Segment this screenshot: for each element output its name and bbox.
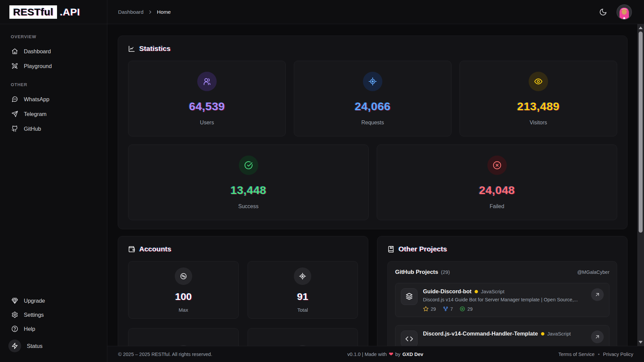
breadcrumb: Dashboard Home (118, 9, 171, 15)
code-icon (401, 330, 418, 346)
locate-icon (363, 72, 382, 91)
footer-author-link[interactable]: GXD Dev (402, 352, 423, 357)
sidebar-item-label: Playground (24, 63, 52, 69)
sidebar-item-upgrade[interactable]: Upgrade (9, 294, 99, 308)
stars-stat: 29 (423, 306, 436, 312)
sidebar: RESTful .API OVERVIEW Dashboard Playgrou… (0, 0, 107, 362)
scrollbar-down-arrow[interactable] (639, 341, 643, 344)
sidebar-nav: OVERVIEW Dashboard Playground OTHER W (0, 24, 107, 294)
sidebar-item-label: Help (24, 326, 35, 332)
breadcrumb-current: Home (157, 9, 171, 15)
arrow-up-right-icon (594, 292, 600, 298)
git-fork-icon (443, 306, 448, 312)
breadcrumb-root[interactable]: Dashboard (118, 9, 144, 15)
sidebar-item-telegram[interactable]: Telegram (9, 107, 99, 121)
sidebar-item-help[interactable]: Help (9, 322, 99, 336)
scrollbar-thumb[interactable] (639, 32, 643, 233)
stat-value: 13,448 (230, 184, 266, 197)
footer-version: v0.1.0 | Made with ❤ by GXD Dev (347, 351, 423, 357)
sidebar-item-playground[interactable]: Playground (9, 59, 99, 73)
github-projects-panel: GitHub Projects (29) @MGalaCyber Guide-D… (387, 261, 617, 346)
sidebar-item-label: WhatsApp (24, 96, 49, 103)
locate-icon (294, 267, 311, 285)
zap-icon (8, 340, 21, 352)
logo-secondary: .API (60, 6, 80, 18)
project-name[interactable]: Discord.js-v14-Command-Handler-Template (423, 330, 538, 337)
footer-links: Terms of Service • Privacy Policy (558, 352, 633, 357)
language-dot-icon (475, 290, 478, 293)
footer: © 2025 – 2025 RESTful. All rights reserv… (107, 346, 644, 362)
layers-icon (401, 288, 418, 305)
project-description: Discord.js v14 Guide Bot for Server Mana… (423, 297, 586, 302)
sidebar-item-label: GitHub (24, 126, 41, 132)
project-body: Guide-Discord-bot JavaScript Discord.js … (423, 288, 586, 312)
privacy-policy-link[interactable]: Privacy Policy (603, 352, 633, 357)
language-dot-icon (541, 332, 544, 336)
watchers-stat: 29 (460, 306, 473, 312)
gem-icon (11, 297, 18, 304)
nav-section-label: OTHER (11, 82, 99, 87)
stat-value: 24,066 (355, 100, 391, 113)
stars-count: 29 (431, 306, 436, 312)
github-projects-head: GitHub Projects (29) @MGalaCyber (395, 269, 609, 276)
vertical-scrollbar[interactable] (637, 24, 644, 346)
sidebar-item-github[interactable]: GitHub (9, 121, 99, 136)
github-icon (11, 125, 18, 132)
footer-version-text: v0.1.0 | Made with (347, 352, 387, 357)
account-card-partial (128, 328, 239, 346)
other-projects-title: Other Projects (398, 245, 447, 253)
statistics-top-row: 64,539 Users 24,066 Requests 213,489 Vis… (128, 61, 617, 136)
sidebar-bottom-nav: Upgrade Settings Help Status (0, 294, 107, 362)
github-projects-heading: GitHub Projects (395, 269, 438, 276)
other-projects-card: Other Projects GitHub Projects (29) @MGa… (377, 236, 628, 346)
terms-of-service-link[interactable]: Terms of Service (558, 352, 595, 357)
stat-card-visitors: 213,489 Visitors (460, 61, 617, 136)
stat-card-requests: 24,066 Requests (294, 61, 451, 136)
theme-toggle-button[interactable] (598, 7, 608, 17)
sidebar-item-status[interactable]: Status (9, 336, 99, 356)
stat-label: Visitors (530, 120, 547, 126)
project-item[interactable]: Discord.js-v14-Command-Handler-Template … (395, 325, 609, 346)
moon-icon (599, 8, 607, 16)
nav-section-label: OVERVIEW (11, 34, 99, 39)
footer-copyright: © 2025 – 2025 RESTful. All rights reserv… (118, 352, 212, 357)
scrollbar-up-arrow[interactable] (639, 26, 643, 29)
sidebar-item-label: Upgrade (24, 298, 45, 304)
stat-label: Failed (490, 203, 504, 209)
x-circle-icon (487, 156, 507, 175)
user-avatar[interactable] (616, 4, 632, 20)
project-language: JavaScript (481, 289, 504, 294)
chart-line-icon (128, 45, 135, 52)
statistics-bottom-row: 13,448 Success 24,048 Failed (128, 144, 617, 220)
arrow-up-right-icon (594, 334, 600, 340)
watchers-count: 29 (467, 306, 473, 312)
chevron-right-icon (148, 9, 153, 15)
watch-eye-icon (460, 306, 465, 312)
sidebar-item-dashboard[interactable]: Dashboard (9, 44, 99, 59)
github-handle[interactable]: @MGalaCyber (577, 269, 609, 275)
project-item[interactable]: Guide-Discord-bot JavaScript Discord.js … (395, 283, 609, 317)
stat-value: 24,048 (479, 184, 515, 197)
open-project-button[interactable] (591, 288, 604, 301)
chat-bubble-icon (11, 96, 18, 103)
project-name[interactable]: Guide-Discord-bot (423, 288, 472, 295)
sidebar-item-label: Status (27, 343, 43, 349)
open-project-button[interactable] (591, 330, 604, 343)
link-separator: • (598, 352, 600, 357)
account-value: 91 (297, 291, 308, 302)
account-card-partial (248, 328, 358, 346)
send-icon (11, 111, 18, 117)
stat-label: Success (238, 203, 258, 209)
accounts-grid-overflow (128, 328, 358, 346)
nav-section-overview: OVERVIEW Dashboard Playground (9, 34, 99, 73)
app-logo[interactable]: RESTful .API (0, 0, 107, 24)
stat-value: 213,489 (517, 100, 559, 113)
account-value: 100 (175, 291, 192, 302)
stat-label: Users (200, 120, 214, 126)
check-circle-icon (239, 156, 258, 175)
sidebar-item-whatsapp[interactable]: WhatsApp (9, 92, 99, 107)
sidebar-item-label: Telegram (24, 111, 47, 117)
sidebar-item-settings[interactable]: Settings (9, 308, 99, 322)
account-label: Max (179, 307, 188, 313)
forks-stat: 7 (443, 306, 453, 312)
